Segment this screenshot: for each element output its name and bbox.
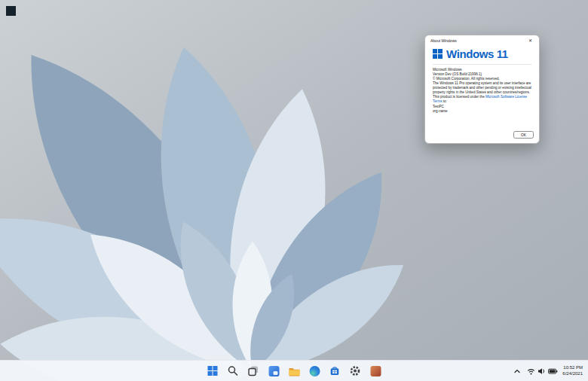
clock[interactable]: 10:52 PM 6/24/2021 (562, 365, 585, 376)
close-icon[interactable]: ✕ (526, 38, 534, 44)
task-view-button[interactable] (246, 363, 262, 379)
windows-logo-icon (433, 49, 443, 59)
settings-button[interactable] (348, 363, 363, 379)
edge-icon (309, 366, 320, 376)
divider (433, 64, 531, 65)
license-paragraph: This product is licensed under the Micro… (433, 95, 531, 104)
search-button[interactable] (225, 363, 241, 379)
about-windows-dialog: About Windows ✕ Windows 11 Microsoft Win… (424, 35, 540, 144)
edge-button[interactable] (307, 363, 323, 379)
hidden-icons-button[interactable] (512, 363, 522, 379)
taskbar: 10:52 PM 6/24/2021 (0, 360, 588, 381)
license-post-text: to: (443, 99, 447, 103)
widgets-icon (268, 366, 279, 376)
system-tray: 10:52 PM 6/24/2021 (512, 361, 585, 381)
start-icon (208, 366, 218, 376)
battery-icon (548, 367, 558, 375)
dialog-title: About Windows (430, 38, 457, 43)
dialog-titlebar: About Windows ✕ (425, 35, 539, 45)
microsoft-store-icon (329, 365, 341, 376)
pinned-app-icon (370, 366, 381, 376)
microsoft-store-button[interactable] (327, 363, 343, 379)
search-icon (228, 365, 239, 376)
licensee-organization: org-name (433, 109, 531, 114)
legal-paragraph: The Windows 11 Pro operating system and … (433, 81, 531, 95)
dark-square-artifact (6, 6, 16, 16)
clock-date: 6/24/2021 (562, 371, 583, 376)
ok-button[interactable]: OK (513, 131, 534, 139)
task-view-icon (248, 365, 259, 376)
file-explorer-button[interactable] (286, 363, 302, 379)
desktop: About Windows ✕ Windows 11 Microsoft Win… (0, 0, 588, 381)
tray-status-icons[interactable] (527, 367, 558, 375)
windows-11-logo: Windows 11 (433, 47, 531, 60)
wifi-icon (527, 367, 535, 375)
chevron-up-icon (513, 367, 521, 375)
pinned-app-button[interactable] (368, 363, 384, 379)
volume-icon (537, 367, 546, 375)
taskbar-center-icons (205, 361, 384, 381)
license-pre-text: This product is licensed under the (433, 95, 485, 99)
file-explorer-icon (288, 366, 300, 376)
clock-time: 10:52 PM (562, 365, 583, 370)
start-button[interactable] (205, 363, 221, 379)
dialog-body: Windows 11 Microsoft Windows Version Dev… (425, 47, 539, 118)
settings-gear-icon (350, 365, 361, 376)
widgets-button[interactable] (266, 363, 282, 379)
windows-logo-text: Windows 11 (446, 47, 508, 60)
